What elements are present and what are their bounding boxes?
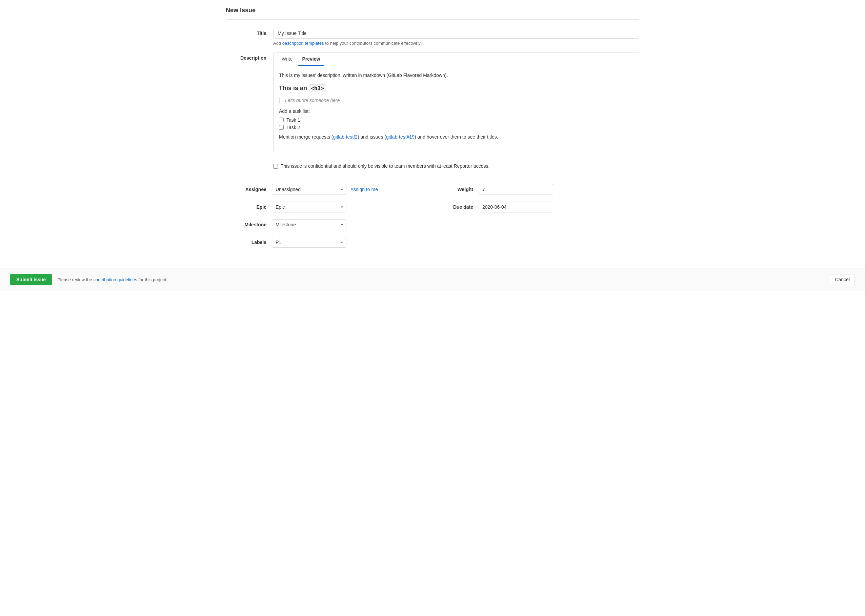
assignee-control: Unassigned ▾ Assign to me (272, 184, 432, 195)
weight-control (479, 184, 639, 195)
task1-label: Task 1 (286, 117, 300, 123)
labels-label: Labels (226, 240, 266, 245)
epic-select-wrapper: Epic ▾ (272, 202, 346, 212)
title-hint: Add description templates to help your c… (273, 41, 639, 46)
task1-checkbox[interactable] (279, 118, 284, 122)
title-label: Title (226, 28, 266, 36)
labels-control: P1 ▾ (272, 237, 432, 248)
confidential-label[interactable]: This issue is confidential and should on… (273, 163, 489, 169)
milestone-control: Milestone ▾ (272, 219, 432, 230)
title-hint-suffix: to help your contributors communicate ef… (324, 41, 422, 46)
tab-preview[interactable]: Preview (298, 53, 324, 66)
right-fields: Weight Due date (432, 184, 639, 255)
task-list-intro: Add a task list: (279, 108, 634, 114)
footer-hint-prefix: Please review the (57, 277, 93, 282)
footer-bar: Submit issue Please review the contribut… (0, 268, 865, 291)
milestone-select[interactable]: Milestone (272, 219, 346, 230)
due-date-label: Due date (432, 204, 473, 210)
section-divider (226, 177, 639, 177)
tab-write[interactable]: Write (278, 53, 297, 66)
mention-suffix: ) and hover over them to see their title… (415, 134, 498, 140)
weight-row: Weight (432, 184, 639, 195)
confidential-row: This issue is confidential and should on… (226, 158, 639, 174)
assignee-select[interactable]: Unassigned (272, 184, 346, 195)
preview-h3-prefix: This is an (279, 85, 309, 91)
task2-label: Task 2 (286, 125, 300, 130)
preview-h3-code: <h3> (309, 84, 326, 92)
contribution-guidelines-link[interactable]: contribution guidelines (93, 277, 137, 282)
mention-text: Mention merge requests (gitlab-test!2) a… (279, 134, 634, 140)
task-item-2: Task 2 (279, 125, 634, 130)
weight-label: Weight (432, 187, 473, 192)
footer-hint-suffix: for this project. (137, 277, 167, 282)
due-date-row: Due date (432, 202, 639, 212)
preview-content: This is my issues' description, written … (274, 66, 639, 151)
title-input[interactable] (273, 28, 639, 39)
title-hint-prefix: Add (273, 41, 282, 46)
mention-middle: ) and issues ( (358, 134, 386, 140)
description-tabs-bar: Write Preview (274, 53, 639, 66)
due-date-control (479, 202, 639, 212)
labels-select-wrapper: P1 ▾ (272, 237, 346, 248)
confidential-checkbox[interactable] (273, 164, 278, 169)
description-form-content: Write Preview This is my issues' descrip… (273, 52, 639, 151)
confidential-text: This issue is confidential and should on… (281, 163, 489, 169)
due-date-input[interactable] (479, 202, 553, 212)
milestone-row: Milestone Milestone ▾ (226, 219, 432, 230)
epic-control: Epic ▾ (272, 202, 432, 212)
labels-select[interactable]: P1 (272, 237, 346, 248)
title-form-content: Add description templates to help your c… (273, 28, 639, 46)
milestone-select-wrapper: Milestone ▾ (272, 219, 346, 230)
description-section: Description Write Preview This is my iss… (226, 52, 639, 151)
submit-issue-button[interactable]: Submit issue (10, 274, 52, 285)
description-templates-link[interactable]: description templates (282, 41, 324, 46)
preview-blockquote: Let's quote someone here (279, 97, 634, 103)
preview-paragraph: This is my issues' description, written … (279, 71, 634, 79)
epic-label: Epic (226, 204, 266, 210)
fields-grid: Assignee Unassigned ▾ Assign to me Epic (226, 184, 639, 261)
milestone-label: Milestone (226, 222, 266, 227)
mention-issue-link[interactable]: gitlab-test#19 (386, 134, 415, 140)
assignee-row: Assignee Unassigned ▾ Assign to me (226, 184, 432, 195)
preview-h3: This is an <h3> (279, 84, 634, 92)
assign-me-link[interactable]: Assign to me (351, 187, 378, 192)
title-section: Title Add description templates to help … (226, 28, 639, 46)
title-divider (226, 19, 639, 20)
mention-mr-link[interactable]: gitlab-test!2 (333, 134, 358, 140)
page-title: New Issue (226, 7, 639, 14)
weight-input[interactable] (479, 184, 553, 195)
description-box: Write Preview This is my issues' descrip… (273, 52, 639, 151)
footer-hint: Please review the contribution guideline… (57, 277, 824, 282)
blockquote-text: Let's quote someone here (285, 97, 340, 103)
labels-row: Labels P1 ▾ (226, 237, 432, 248)
left-fields: Assignee Unassigned ▾ Assign to me Epic (226, 184, 432, 255)
assignee-select-wrapper: Unassigned ▾ (272, 184, 346, 195)
cancel-button[interactable]: Cancel (830, 274, 855, 285)
epic-select[interactable]: Epic (272, 202, 346, 212)
task2-checkbox[interactable] (279, 125, 284, 130)
assignee-label: Assignee (226, 187, 266, 192)
task-item-1: Task 1 (279, 117, 634, 123)
epic-row: Epic Epic ▾ (226, 202, 432, 212)
description-label: Description (226, 52, 266, 61)
mention-prefix: Mention merge requests ( (279, 134, 333, 140)
